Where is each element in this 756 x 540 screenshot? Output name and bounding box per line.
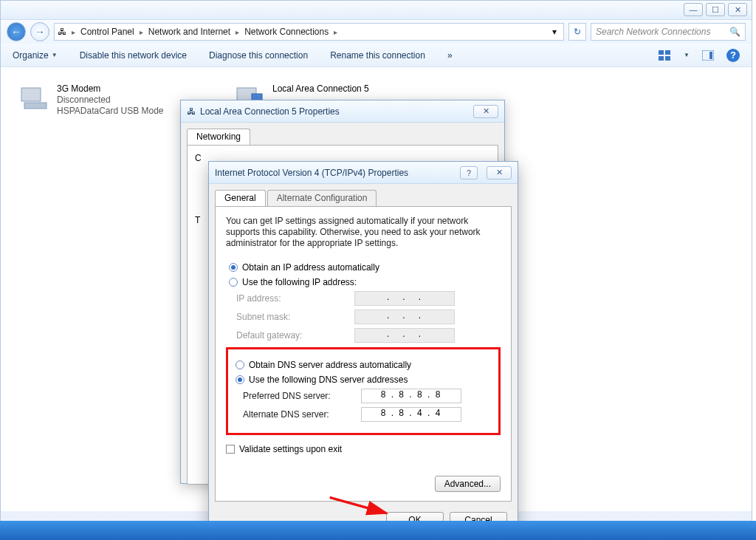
radio-icon [236, 375, 244, 384]
network-icon: 🖧 [58, 27, 66, 37]
chevron-down-icon: ▼ [52, 52, 58, 58]
tab-alternate-config[interactable]: Alternate Configuration [267, 190, 377, 206]
svg-rect-5 [709, 52, 712, 59]
rename-button[interactable]: Rename this connection [330, 50, 425, 61]
search-placeholder: Search Network Connections [596, 27, 710, 37]
forward-button[interactable]: → [30, 22, 49, 41]
more-commands[interactable]: » [447, 50, 453, 61]
gateway-label: Default gateway: [236, 330, 354, 341]
chevron-down-icon[interactable]: ▼ [684, 52, 690, 58]
close-button[interactable]: ✕ [487, 166, 512, 180]
view-options-icon[interactable] [659, 49, 672, 62]
close-button[interactable]: ✕ [728, 3, 747, 16]
info-text: You can get IP settings assigned automat… [226, 216, 501, 249]
tab-networking[interactable]: Networking [187, 129, 250, 145]
connection-name: 3G Modem [57, 83, 164, 95]
ip-address-label: IP address: [236, 293, 354, 304]
radio-label: Use the following IP address: [242, 277, 357, 287]
breadcrumb-network-internet[interactable]: Network and Internet [148, 27, 230, 37]
disable-device-button[interactable]: Disable this network device [80, 50, 187, 61]
svg-rect-3 [665, 56, 670, 61]
refresh-button[interactable]: ↻ [568, 23, 586, 41]
advanced-button[interactable]: Advanced... [435, 476, 501, 492]
radio-obtain-ip[interactable]: Obtain an IP address automatically [229, 262, 501, 273]
maximize-button[interactable]: ☐ [706, 3, 725, 16]
connection-name: Local Area Connection 5 [272, 83, 369, 95]
ipv4-properties-dialog: Internet Protocol Version 4 (TCP/IPv4) P… [208, 161, 518, 533]
breadcrumb-dropdown[interactable]: ▾ [549, 27, 560, 37]
organize-label: Organize [13, 50, 49, 61]
checkbox-icon [226, 445, 235, 454]
gateway-input: . . . [354, 328, 455, 343]
chevron-right-icon: ▸ [331, 28, 340, 36]
nav-bar: ← → 🖧 ▸ Control Panel ▸ Network and Inte… [1, 20, 752, 44]
breadcrumb-network-connections[interactable]: Network Connections [244, 27, 329, 37]
general-panel: You can get IP settings assigned automat… [215, 206, 512, 502]
radio-use-ip[interactable]: Use the following IP address: [229, 277, 501, 287]
minimize-button[interactable]: — [684, 3, 703, 16]
tab-general[interactable]: General [215, 190, 266, 206]
modem-icon [18, 83, 51, 112]
ip-address-input: . . . [354, 291, 455, 306]
search-input[interactable]: Search Network Connections 🔍 [591, 23, 746, 41]
dialog-title: Local Area Connection 5 Properties [200, 106, 340, 117]
diagnose-button[interactable]: Diagnose this connection [209, 50, 308, 61]
dialog-titlebar[interactable]: 🖧 Local Area Connection 5 Properties ✕ [181, 100, 504, 123]
subnet-mask-input: . . . [354, 310, 455, 324]
taskbar[interactable] [0, 521, 756, 540]
dialog-titlebar[interactable]: Internet Protocol Version 4 (TCP/IPv4) P… [209, 162, 518, 184]
preview-pane-icon[interactable] [701, 49, 715, 62]
subnet-mask-label: Subnet mask: [236, 312, 354, 322]
alternate-dns-label: Alternate DNS server: [243, 409, 361, 420]
svg-rect-7 [24, 103, 47, 109]
back-button[interactable]: ← [7, 22, 26, 41]
svg-rect-6 [21, 88, 41, 101]
validate-checkbox-row[interactable]: Validate settings upon exit [226, 444, 501, 454]
connection-status: Disconnected [57, 95, 164, 106]
svg-rect-2 [659, 56, 664, 61]
svg-rect-0 [659, 50, 664, 55]
radio-icon [236, 360, 244, 369]
radio-use-dns[interactable]: Use the following DNS server addresses [236, 375, 494, 385]
breadcrumb-bar[interactable]: 🖧 ▸ Control Panel ▸ Network and Internet… [54, 23, 564, 41]
radio-icon [229, 278, 238, 287]
chevron-right-icon: ▸ [137, 28, 145, 36]
preferred-dns-label: Preferred DNS server: [243, 391, 361, 401]
radio-label: Use the following DNS server addresses [249, 375, 408, 385]
connection-device: HSPADataCard USB Mode [57, 106, 164, 117]
radio-icon [229, 263, 238, 272]
command-bar: Organize ▼ Disable this network device D… [1, 44, 752, 67]
organize-menu[interactable]: Organize ▼ [13, 50, 58, 61]
help-icon[interactable]: ? [726, 49, 740, 62]
dns-highlight-box: Obtain DNS server address automatically … [226, 347, 501, 435]
breadcrumb-control-panel[interactable]: Control Panel [80, 27, 134, 37]
help-button[interactable]: ? [460, 166, 478, 180]
titlebar: — ☐ ✕ [1, 1, 752, 20]
radio-obtain-dns[interactable]: Obtain DNS server address automatically [236, 360, 494, 370]
chevron-right-icon: ▸ [69, 28, 78, 36]
alternate-dns-input[interactable]: 8 . 8 . 4 . 4 [361, 407, 461, 422]
svg-rect-1 [665, 50, 670, 55]
radio-label: Obtain DNS server address automatically [249, 360, 411, 370]
preferred-dns-input[interactable]: 8 . 8 . 8 . 8 [361, 389, 461, 403]
radio-label: Obtain an IP address automatically [242, 262, 379, 273]
search-icon: 🔍 [729, 27, 740, 37]
adapter-icon: 🖧 [187, 106, 196, 117]
dialog-title: Internet Protocol Version 4 (TCP/IPv4) P… [215, 168, 456, 178]
validate-label: Validate settings upon exit [239, 444, 342, 454]
chevron-right-icon: ▸ [233, 28, 241, 36]
close-button[interactable]: ✕ [473, 105, 498, 118]
